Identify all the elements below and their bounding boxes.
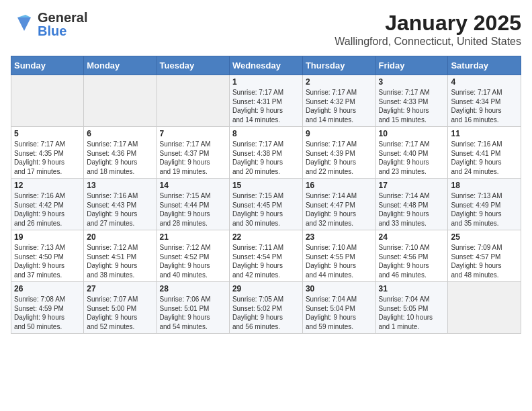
day-number: 20	[87, 232, 153, 242]
calendar-cell: 11Sunrise: 7:16 AM Sunset: 4:41 PM Dayli…	[448, 127, 521, 179]
calendar-cell: 25Sunrise: 7:09 AM Sunset: 4:57 PM Dayli…	[448, 230, 521, 282]
calendar-week-1: 1Sunrise: 7:17 AM Sunset: 4:31 PM Daylig…	[11, 75, 521, 127]
calendar-cell: 23Sunrise: 7:10 AM Sunset: 4:55 PM Dayli…	[302, 230, 375, 282]
calendar-cell	[84, 75, 157, 127]
day-of-week-sunday: Sunday	[11, 56, 84, 75]
day-number: 18	[451, 181, 518, 190]
day-number: 5	[14, 129, 81, 138]
logo-icon	[11, 12, 35, 36]
days-of-week-row: SundayMondayTuesdayWednesdayThursdayFrid…	[11, 56, 521, 75]
svg-marker-1	[17, 15, 31, 17]
calendar-week-5: 26Sunrise: 7:08 AM Sunset: 4:59 PM Dayli…	[11, 282, 521, 334]
day-info: Sunrise: 7:15 AM Sunset: 4:45 PM Dayligh…	[232, 191, 300, 228]
day-of-week-saturday: Saturday	[448, 56, 521, 75]
day-info: Sunrise: 7:10 AM Sunset: 4:55 PM Dayligh…	[306, 243, 373, 279]
day-info: Sunrise: 7:17 AM Sunset: 4:31 PM Dayligh…	[232, 88, 300, 124]
day-of-week-monday: Monday	[84, 56, 157, 75]
calendar-cell: 16Sunrise: 7:14 AM Sunset: 4:47 PM Dayli…	[302, 179, 375, 230]
day-info: Sunrise: 7:04 AM Sunset: 5:05 PM Dayligh…	[379, 295, 445, 331]
calendar-cell: 29Sunrise: 7:05 AM Sunset: 5:02 PM Dayli…	[229, 282, 302, 334]
day-info: Sunrise: 7:17 AM Sunset: 4:38 PM Dayligh…	[232, 140, 300, 176]
day-number: 27	[87, 284, 153, 293]
day-number: 28	[160, 284, 226, 293]
calendar-body: 1Sunrise: 7:17 AM Sunset: 4:31 PM Daylig…	[11, 75, 521, 334]
day-number: 3	[379, 77, 445, 87]
calendar-cell: 30Sunrise: 7:04 AM Sunset: 5:04 PM Dayli…	[302, 282, 375, 334]
day-of-week-wednesday: Wednesday	[229, 56, 302, 75]
calendar-cell: 27Sunrise: 7:07 AM Sunset: 5:00 PM Dayli…	[84, 282, 157, 334]
logo-text: General Blue	[38, 11, 87, 38]
day-info: Sunrise: 7:11 AM Sunset: 4:54 PM Dayligh…	[232, 243, 300, 279]
calendar-cell: 9Sunrise: 7:17 AM Sunset: 4:39 PM Daylig…	[302, 127, 375, 179]
day-number: 19	[14, 232, 81, 242]
calendar-cell: 21Sunrise: 7:12 AM Sunset: 4:52 PM Dayli…	[157, 230, 229, 282]
calendar-header: SundayMondayTuesdayWednesdayThursdayFrid…	[11, 56, 521, 75]
day-number: 31	[379, 284, 445, 293]
day-number: 13	[87, 181, 153, 190]
day-of-week-thursday: Thursday	[302, 56, 375, 75]
day-number: 17	[379, 181, 445, 190]
day-number: 8	[232, 129, 300, 138]
calendar-cell: 26Sunrise: 7:08 AM Sunset: 4:59 PM Dayli…	[11, 282, 84, 334]
logo-general-text: General	[38, 11, 87, 24]
day-info: Sunrise: 7:17 AM Sunset: 4:35 PM Dayligh…	[14, 140, 81, 176]
calendar-title: January 2025	[335, 11, 521, 36]
calendar-cell	[157, 75, 229, 127]
day-number: 2	[306, 77, 373, 87]
calendar-cell: 20Sunrise: 7:12 AM Sunset: 4:51 PM Dayli…	[84, 230, 157, 282]
day-info: Sunrise: 7:06 AM Sunset: 5:01 PM Dayligh…	[160, 295, 226, 331]
day-of-week-friday: Friday	[375, 56, 448, 75]
day-number: 14	[160, 181, 226, 190]
day-info: Sunrise: 7:07 AM Sunset: 5:00 PM Dayligh…	[87, 295, 153, 331]
calendar-week-2: 5Sunrise: 7:17 AM Sunset: 4:35 PM Daylig…	[11, 127, 521, 179]
day-info: Sunrise: 7:16 AM Sunset: 4:41 PM Dayligh…	[451, 140, 518, 176]
calendar-cell: 24Sunrise: 7:10 AM Sunset: 4:56 PM Dayli…	[375, 230, 448, 282]
calendar-week-3: 12Sunrise: 7:16 AM Sunset: 4:42 PM Dayli…	[11, 179, 521, 230]
day-info: Sunrise: 7:09 AM Sunset: 4:57 PM Dayligh…	[451, 243, 518, 279]
day-number: 15	[232, 181, 300, 190]
day-number: 12	[14, 181, 81, 190]
calendar-week-4: 19Sunrise: 7:13 AM Sunset: 4:50 PM Dayli…	[11, 230, 521, 282]
day-info: Sunrise: 7:17 AM Sunset: 4:33 PM Dayligh…	[379, 88, 445, 124]
day-info: Sunrise: 7:17 AM Sunset: 4:39 PM Dayligh…	[306, 140, 373, 176]
day-number: 22	[232, 232, 300, 242]
day-number: 29	[232, 284, 300, 293]
day-info: Sunrise: 7:16 AM Sunset: 4:43 PM Dayligh…	[87, 191, 153, 228]
day-info: Sunrise: 7:12 AM Sunset: 4:51 PM Dayligh…	[87, 243, 153, 279]
day-number: 21	[160, 232, 226, 242]
day-info: Sunrise: 7:13 AM Sunset: 4:49 PM Dayligh…	[451, 191, 518, 228]
day-info: Sunrise: 7:17 AM Sunset: 4:34 PM Dayligh…	[451, 88, 518, 124]
day-number: 7	[160, 129, 226, 138]
calendar-table: SundayMondayTuesdayWednesdayThursdayFrid…	[11, 56, 521, 334]
day-info: Sunrise: 7:17 AM Sunset: 4:36 PM Dayligh…	[87, 140, 153, 176]
day-number: 10	[379, 129, 445, 138]
calendar-cell: 4Sunrise: 7:17 AM Sunset: 4:34 PM Daylig…	[448, 75, 521, 127]
day-info: Sunrise: 7:17 AM Sunset: 4:40 PM Dayligh…	[379, 140, 445, 176]
calendar-cell: 22Sunrise: 7:11 AM Sunset: 4:54 PM Dayli…	[229, 230, 302, 282]
day-number: 1	[232, 77, 300, 87]
day-info: Sunrise: 7:10 AM Sunset: 4:56 PM Dayligh…	[379, 243, 445, 279]
logo-blue-text: Blue	[38, 24, 87, 38]
svg-marker-0	[17, 17, 31, 31]
day-info: Sunrise: 7:12 AM Sunset: 4:52 PM Dayligh…	[160, 243, 226, 279]
day-info: Sunrise: 7:15 AM Sunset: 4:44 PM Dayligh…	[160, 191, 226, 228]
calendar-cell: 8Sunrise: 7:17 AM Sunset: 4:38 PM Daylig…	[229, 127, 302, 179]
day-info: Sunrise: 7:14 AM Sunset: 4:48 PM Dayligh…	[379, 191, 445, 228]
day-of-week-tuesday: Tuesday	[157, 56, 229, 75]
day-info: Sunrise: 7:13 AM Sunset: 4:50 PM Dayligh…	[14, 243, 81, 279]
day-number: 4	[451, 77, 518, 87]
day-info: Sunrise: 7:14 AM Sunset: 4:47 PM Dayligh…	[306, 191, 373, 228]
calendar-cell: 17Sunrise: 7:14 AM Sunset: 4:48 PM Dayli…	[375, 179, 448, 230]
calendar-cell: 12Sunrise: 7:16 AM Sunset: 4:42 PM Dayli…	[11, 179, 84, 230]
page-header: General Blue January 2025 Wallingford, C…	[11, 11, 521, 48]
day-number: 25	[451, 232, 518, 242]
calendar-cell	[448, 282, 521, 334]
calendar-cell: 3Sunrise: 7:17 AM Sunset: 4:33 PM Daylig…	[375, 75, 448, 127]
calendar-cell: 1Sunrise: 7:17 AM Sunset: 4:31 PM Daylig…	[229, 75, 302, 127]
day-info: Sunrise: 7:16 AM Sunset: 4:42 PM Dayligh…	[14, 191, 81, 228]
calendar-cell: 13Sunrise: 7:16 AM Sunset: 4:43 PM Dayli…	[84, 179, 157, 230]
calendar-cell: 14Sunrise: 7:15 AM Sunset: 4:44 PM Dayli…	[157, 179, 229, 230]
day-number: 30	[306, 284, 373, 293]
day-info: Sunrise: 7:05 AM Sunset: 5:02 PM Dayligh…	[232, 295, 300, 331]
day-info: Sunrise: 7:04 AM Sunset: 5:04 PM Dayligh…	[306, 295, 373, 331]
